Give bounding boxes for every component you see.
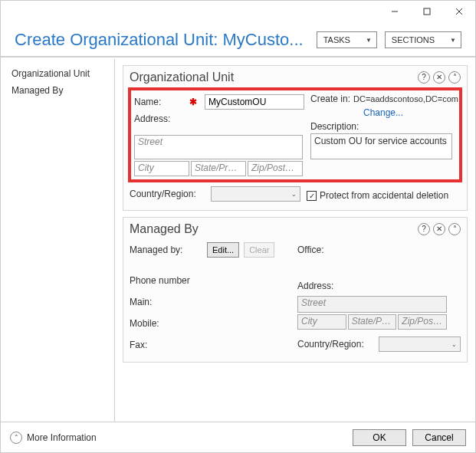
chevron-down-icon: ⌄: [451, 341, 457, 348]
help-icon[interactable]: ?: [418, 223, 430, 235]
fax-label: Fax:: [130, 340, 202, 350]
mobile-phone-label: Mobile:: [130, 318, 202, 329]
ok-button[interactable]: OK: [353, 429, 406, 446]
collapse-icon[interactable]: ˄: [448, 71, 461, 84]
description-input[interactable]: Custom OU for service accounts: [310, 133, 452, 159]
expand-icon[interactable]: ˄: [10, 432, 22, 444]
state-input[interactable]: State/Provi...: [191, 161, 246, 176]
managed-address-label: Address:: [297, 281, 333, 291]
tasks-dropdown[interactable]: TASKS ▼: [317, 31, 377, 48]
page-title: Create Organizational Unit: MyCusto...: [15, 30, 309, 50]
chevron-down-icon: ▼: [450, 37, 456, 44]
window-maximize-button[interactable]: [411, 1, 443, 22]
close-panel-icon[interactable]: ✕: [433, 71, 445, 84]
createin-label: Create in:: [310, 94, 350, 104]
edit-button[interactable]: Edit...: [207, 242, 239, 258]
collapse-icon[interactable]: ˄: [448, 223, 461, 235]
managed-street-input[interactable]: Street: [297, 296, 447, 313]
office-label: Office:: [297, 245, 323, 255]
managed-country-label: Country/Region:: [297, 339, 374, 350]
address-label: Address:: [134, 113, 182, 124]
sidebar-item-organizational-unit[interactable]: Organizational Unit: [1, 65, 114, 82]
ou-panel-title: Organizational Unit: [130, 71, 418, 84]
main-phone-label: Main:: [130, 297, 202, 307]
country-label: Country/Region:: [130, 189, 206, 199]
window-minimize-button[interactable]: [379, 1, 411, 22]
sidebar-item-managed-by[interactable]: Managed By: [1, 82, 114, 99]
description-label: Description:: [310, 121, 456, 132]
change-link[interactable]: Change...: [363, 107, 403, 118]
zip-input[interactable]: Zip/Postal c...: [248, 161, 303, 176]
sections-label: SECTIONS: [392, 35, 435, 44]
svg-rect-1: [424, 8, 430, 15]
clear-button[interactable]: Clear: [244, 242, 274, 258]
managed-city-input[interactable]: City: [297, 314, 346, 330]
window-close-button[interactable]: [443, 1, 475, 22]
createin-value: DC=aaddscontoso,DC=com: [353, 94, 458, 103]
close-panel-icon[interactable]: ✕: [433, 223, 445, 235]
more-information-link[interactable]: More Information: [27, 432, 97, 443]
tasks-label: TASKS: [323, 35, 350, 44]
phone-heading: Phone number: [130, 275, 202, 286]
protect-label: Protect from accidental deletion: [320, 190, 448, 201]
cancel-button[interactable]: Cancel: [412, 429, 466, 446]
street-input[interactable]: Street: [134, 135, 303, 159]
city-input[interactable]: City: [134, 161, 189, 176]
chevron-down-icon: ▼: [366, 37, 372, 44]
managed-state-input[interactable]: State/Pro...: [348, 314, 397, 330]
name-input[interactable]: [205, 94, 304, 110]
chevron-down-icon: ⌄: [291, 191, 297, 198]
name-label: Name:: [134, 97, 182, 107]
managed-zip-input[interactable]: Zip/Postal...: [398, 314, 447, 330]
managed-country-select[interactable]: ⌄: [379, 336, 461, 352]
managedby-panel-title: Managed By: [130, 222, 418, 236]
country-select[interactable]: ⌄: [211, 186, 300, 202]
protect-checkbox[interactable]: ✓: [307, 191, 317, 201]
sections-dropdown[interactable]: SECTIONS ▼: [385, 31, 461, 48]
required-asterisk-icon: ✱: [186, 97, 200, 107]
help-icon[interactable]: ?: [418, 71, 430, 84]
managedby-label: Managed by:: [130, 245, 202, 255]
